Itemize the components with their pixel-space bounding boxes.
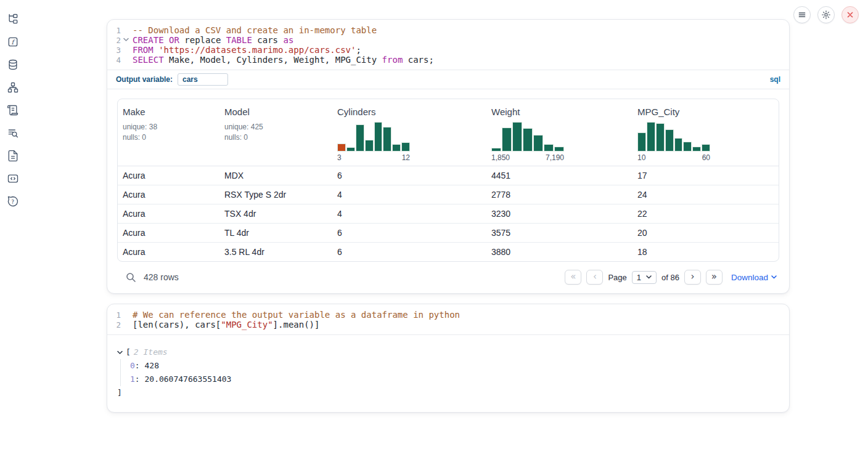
line-number: 2 bbox=[107, 35, 121, 45]
output-variable-input[interactable] bbox=[178, 73, 228, 86]
settings-gear-button[interactable] bbox=[817, 6, 835, 23]
histogram-bar[interactable] bbox=[702, 144, 710, 152]
axis-min-label: 3 bbox=[337, 153, 342, 162]
table-cell: Acura bbox=[118, 243, 219, 261]
svg-text:f: f bbox=[12, 39, 16, 46]
fold-gutter bbox=[121, 320, 131, 322]
tree-root-line: [ 2 Items bbox=[117, 346, 779, 359]
page-select[interactable]: 1 bbox=[632, 271, 657, 284]
histogram-bar[interactable] bbox=[502, 127, 512, 152]
notebook: 1-- Download a CSV and create an in-memo… bbox=[107, 19, 790, 413]
table-cell: 4451 bbox=[486, 166, 633, 185]
data-table: Makeunique: 38nulls: 0Modelunique: 425nu… bbox=[117, 99, 779, 262]
menu-button[interactable] bbox=[793, 6, 811, 23]
file-tree-icon[interactable] bbox=[6, 12, 20, 26]
histogram: 312 bbox=[337, 122, 410, 162]
document-icon[interactable] bbox=[6, 149, 20, 163]
snippets-icon[interactable] bbox=[6, 172, 20, 185]
tree-entries: 0: 4281: 20.060747663551403 bbox=[120, 359, 779, 386]
histogram-bar[interactable] bbox=[523, 128, 533, 152]
scroll-icon[interactable] bbox=[6, 103, 20, 117]
histogram-axis: 1,8507,190 bbox=[491, 153, 564, 162]
histogram-axis: 1060 bbox=[637, 153, 710, 162]
table-cell: 3230 bbox=[486, 204, 633, 223]
table-cell: 17 bbox=[633, 166, 779, 185]
row-count: 428 rows bbox=[144, 272, 179, 282]
search-icon[interactable] bbox=[126, 272, 136, 283]
histogram-bar[interactable] bbox=[365, 140, 374, 152]
histogram-bar[interactable] bbox=[683, 142, 692, 152]
dependency-graph-icon[interactable] bbox=[6, 81, 20, 94]
table-cell: 20 bbox=[633, 224, 779, 242]
fold-chevron-icon[interactable] bbox=[121, 35, 131, 42]
code-line: 4SELECT Make, Model, Cylinders, Weight, … bbox=[107, 55, 789, 65]
language-badge: sql bbox=[770, 75, 780, 84]
prev-page-button[interactable]: ‹ bbox=[586, 270, 603, 285]
histogram-bar[interactable] bbox=[554, 147, 564, 152]
histogram-bar[interactable] bbox=[346, 147, 355, 152]
table-cell: Acura bbox=[118, 166, 219, 185]
python-code-editor[interactable]: 1# We can reference the output variable … bbox=[107, 304, 789, 334]
table-body: AcuraMDX6445117AcuraRSX Type S 2dr427782… bbox=[118, 166, 779, 261]
table-cell: 3.5 RL 4dr bbox=[219, 243, 332, 261]
code-text: -- Download a CSV and create an in-memor… bbox=[131, 25, 377, 35]
histogram-bar[interactable] bbox=[512, 122, 522, 152]
fold-gutter bbox=[121, 45, 131, 47]
next-page-button[interactable]: › bbox=[684, 270, 701, 285]
code-text: FROM 'https://datasets.marimo.app/cars.c… bbox=[131, 45, 361, 55]
histogram-bar[interactable] bbox=[544, 144, 554, 152]
last-page-button[interactable]: » bbox=[706, 270, 723, 285]
download-button[interactable]: Download bbox=[731, 273, 777, 282]
first-page-button[interactable]: « bbox=[565, 270, 581, 285]
help-icon[interactable]: ? bbox=[6, 195, 20, 208]
histogram-bar[interactable] bbox=[637, 132, 646, 152]
column-header[interactable]: Modelunique: 425nulls: 0 bbox=[219, 107, 332, 162]
column-title: Model bbox=[224, 107, 332, 117]
column-title: Cylinders bbox=[337, 107, 486, 117]
column-stat: nulls: 0 bbox=[224, 132, 332, 143]
chevron-down-icon bbox=[771, 275, 777, 279]
column-header[interactable]: MPG_City1060 bbox=[633, 107, 779, 162]
download-label: Download bbox=[731, 273, 768, 282]
histogram: 1060 bbox=[637, 122, 710, 162]
histogram-bar[interactable] bbox=[674, 138, 683, 152]
histogram-bar[interactable] bbox=[401, 142, 410, 152]
axis-max-label: 60 bbox=[702, 153, 710, 162]
tree-entry-key: 1 bbox=[130, 374, 135, 384]
table-cell: 6 bbox=[332, 166, 486, 185]
column-header[interactable]: Makeunique: 38nulls: 0 bbox=[118, 107, 219, 162]
search-logs-icon[interactable] bbox=[6, 126, 20, 140]
histogram-bar[interactable] bbox=[374, 122, 383, 152]
histogram-bar[interactable] bbox=[383, 127, 391, 152]
histogram-bar[interactable] bbox=[337, 144, 346, 152]
database-icon[interactable] bbox=[6, 58, 20, 71]
histogram-bar[interactable] bbox=[491, 148, 501, 152]
fold-gutter bbox=[121, 310, 131, 312]
items-count-label: 2 Items bbox=[134, 346, 168, 359]
histogram-bar[interactable] bbox=[647, 122, 655, 152]
sql-code-editor[interactable]: 1-- Download a CSV and create an in-memo… bbox=[107, 20, 789, 70]
table-row: AcuraRSX Type S 2dr4277824 bbox=[118, 185, 779, 204]
histogram-bars bbox=[637, 122, 710, 152]
histogram-bar[interactable] bbox=[656, 123, 665, 152]
histogram-bar[interactable] bbox=[356, 124, 364, 152]
column-stat: unique: 38 bbox=[123, 122, 219, 132]
column-header[interactable]: Weight1,8507,190 bbox=[486, 107, 633, 162]
svg-text:?: ? bbox=[11, 198, 14, 205]
line-number: 2 bbox=[107, 320, 121, 330]
column-header[interactable]: Cylinders312 bbox=[332, 107, 486, 162]
table-row: Acura3.5 RL 4dr6388018 bbox=[118, 242, 779, 261]
table-cell: Acura bbox=[118, 224, 219, 242]
sql-output-area: Makeunique: 38nulls: 0Modelunique: 425nu… bbox=[107, 89, 789, 293]
function-icon[interactable]: f bbox=[6, 35, 20, 49]
fold-gutter bbox=[121, 25, 131, 28]
close-button[interactable] bbox=[841, 6, 859, 23]
collapse-chevron-icon[interactable] bbox=[117, 350, 123, 355]
column-title: Make bbox=[123, 107, 219, 117]
histogram-bar[interactable] bbox=[533, 135, 543, 152]
histogram-bar[interactable] bbox=[392, 144, 401, 152]
histogram-bar[interactable] bbox=[692, 147, 701, 152]
column-stat: nulls: 0 bbox=[123, 132, 219, 143]
histogram-bar[interactable] bbox=[665, 129, 674, 152]
column-title: Weight bbox=[491, 107, 633, 117]
